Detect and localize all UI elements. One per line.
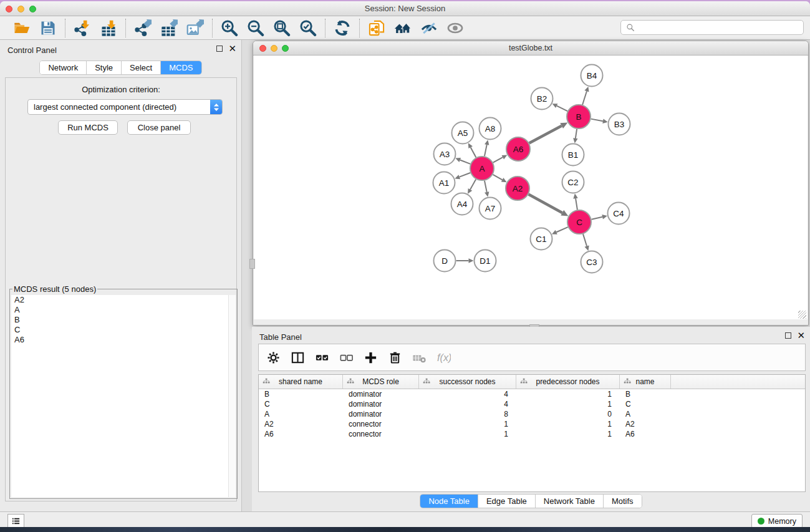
show-annotations-button[interactable]: [445, 18, 465, 38]
function-builder-button[interactable]: f(x): [435, 349, 451, 365]
tab-network[interactable]: Network: [40, 61, 87, 74]
graph-node-B2[interactable]: B2: [531, 88, 553, 110]
float-panel-icon[interactable]: [785, 332, 791, 339]
graph-edge-A-A6[interactable]: [493, 157, 503, 162]
table-row[interactable]: A2connector11A2: [259, 419, 805, 429]
tab-edge-table[interactable]: Edge Table: [478, 495, 536, 508]
graph-node-C[interactable]: C: [567, 210, 591, 234]
graph-edge-A-A1[interactable]: [460, 173, 470, 177]
run-mcds-button[interactable]: Run MCDS: [58, 120, 118, 135]
graph-edge-A6-B[interactable]: [529, 126, 562, 143]
graph-edge-B-B3[interactable]: [591, 119, 603, 122]
graph-node-D1[interactable]: D1: [475, 250, 496, 272]
export-table-button[interactable]: [159, 18, 179, 38]
graph-edge-B-B2[interactable]: [557, 106, 567, 111]
graph-node-B[interactable]: B: [567, 105, 591, 128]
graph-node-B4[interactable]: B4: [581, 65, 603, 87]
open-session-button[interactable]: [12, 18, 32, 38]
clone-network-button[interactable]: [367, 18, 387, 38]
table-row[interactable]: Bdominator41B: [259, 389, 805, 399]
mcds-result-item[interactable]: B: [11, 315, 228, 325]
graph-edge-C-C3[interactable]: [583, 234, 587, 246]
graph-edge-A-A8[interactable]: [485, 145, 487, 156]
float-panel-icon[interactable]: [216, 46, 223, 52]
import-network-button[interactable]: [72, 18, 92, 38]
zoom-in-button[interactable]: [219, 18, 239, 38]
graph-node-C2[interactable]: C2: [562, 172, 584, 193]
tab-network-table[interactable]: Network Table: [536, 495, 604, 508]
tab-mcds[interactable]: MCDS: [161, 61, 201, 74]
add-column-button[interactable]: [362, 349, 378, 365]
mcds-result-item[interactable]: A: [11, 305, 228, 315]
close-panel-button[interactable]: Close panel: [127, 120, 191, 135]
zoom-selected-button[interactable]: [298, 18, 318, 38]
graph-node-A8[interactable]: A8: [480, 118, 501, 140]
graph-node-C3[interactable]: C3: [581, 251, 603, 273]
column-header-predecessor-nodes[interactable]: predecessor nodes: [516, 375, 620, 389]
tab-select[interactable]: Select: [122, 61, 161, 74]
table-row[interactable]: A6connector11A6: [259, 429, 805, 439]
export-image-button[interactable]: [185, 18, 205, 38]
resize-grip[interactable]: [798, 311, 806, 319]
zoom-fit-button[interactable]: [272, 18, 292, 38]
tab-motifs[interactable]: Motifs: [604, 495, 642, 508]
graph-node-A7[interactable]: A7: [480, 198, 501, 220]
graph-node-B3[interactable]: B3: [609, 114, 630, 135]
import-table-button[interactable]: [99, 18, 118, 38]
graph-edge-B-B1[interactable]: [576, 129, 577, 138]
graph-node-A6[interactable]: A6: [506, 137, 530, 161]
graph-edge-B-B4[interactable]: [582, 91, 587, 105]
split-view-button[interactable]: [289, 349, 306, 365]
table-settings-button[interactable]: [265, 349, 281, 365]
column-header-shared-name[interactable]: shared name: [259, 375, 343, 389]
table-row[interactable]: Cdominator41C: [259, 399, 805, 409]
network-window-titlebar[interactable]: testGlobe.txt: [253, 41, 808, 56]
graph-node-C1[interactable]: C1: [531, 228, 552, 250]
graph-node-A1[interactable]: A1: [433, 172, 455, 194]
graph-edge-A-A2[interactable]: [493, 175, 502, 180]
close-panel-icon[interactable]: ✕: [228, 45, 236, 52]
table-row[interactable]: Adominator80A: [259, 409, 805, 419]
graph-node-A3[interactable]: A3: [434, 143, 456, 165]
column-header-MCDS-role[interactable]: MCDS role: [343, 375, 419, 389]
mcds-result-item[interactable]: A6: [11, 335, 228, 345]
graph-edge-C-C1[interactable]: [556, 227, 567, 232]
graph-node-A5[interactable]: A5: [452, 122, 474, 144]
mcds-list-scrollbar[interactable]: [228, 295, 236, 497]
criterion-select[interactable]: largest connected component (directed): [27, 99, 223, 115]
deselect-all-rows-button[interactable]: [338, 349, 354, 365]
graph-edge-C-C4[interactable]: [592, 217, 603, 220]
graph-node-A[interactable]: A: [470, 157, 494, 180]
graph-edge-A-A7[interactable]: [485, 181, 487, 192]
refresh-button[interactable]: [332, 18, 352, 38]
save-session-button[interactable]: [38, 18, 58, 38]
search-box[interactable]: [620, 20, 804, 35]
graph-edge-C-C2[interactable]: [576, 198, 577, 210]
console-button[interactable]: [7, 514, 24, 527]
graph-node-A2[interactable]: A2: [506, 177, 529, 200]
memory-button[interactable]: Memory: [751, 514, 803, 527]
network-canvas[interactable]: B4B2BB3A8A5A6A3B1AA1C2A2A4A7C4CC1C3DD1: [254, 56, 808, 320]
graph-edge-A-A4[interactable]: [470, 179, 476, 189]
mcds-result-item[interactable]: A2: [11, 295, 228, 305]
graph-edge-A-A3[interactable]: [460, 160, 471, 163]
graph-edge-A2-C[interactable]: [529, 195, 562, 213]
graph-node-A4[interactable]: A4: [451, 193, 473, 215]
delete-table-button[interactable]: [411, 349, 427, 365]
vertical-scroll-marker[interactable]: [249, 259, 255, 269]
column-header-successor-nodes[interactable]: successor nodes: [419, 375, 516, 389]
delete-column-button[interactable]: [387, 349, 403, 365]
graph-node-D[interactable]: D: [434, 250, 456, 272]
tab-node-table[interactable]: Node Table: [420, 495, 478, 508]
mcds-result-item[interactable]: C: [11, 325, 228, 335]
tab-style[interactable]: Style: [87, 61, 122, 74]
graph-edge-A-A5[interactable]: [471, 147, 476, 157]
select-all-rows-button[interactable]: [314, 349, 330, 365]
hide-annotations-button[interactable]: [419, 18, 439, 38]
graph-node-C4[interactable]: C4: [608, 203, 630, 225]
graph-node-B1[interactable]: B1: [562, 144, 584, 166]
search-input[interactable]: [639, 21, 803, 34]
column-header-name[interactable]: name: [620, 375, 671, 389]
export-network-button[interactable]: [133, 18, 153, 38]
zoom-out-button[interactable]: [246, 18, 266, 38]
